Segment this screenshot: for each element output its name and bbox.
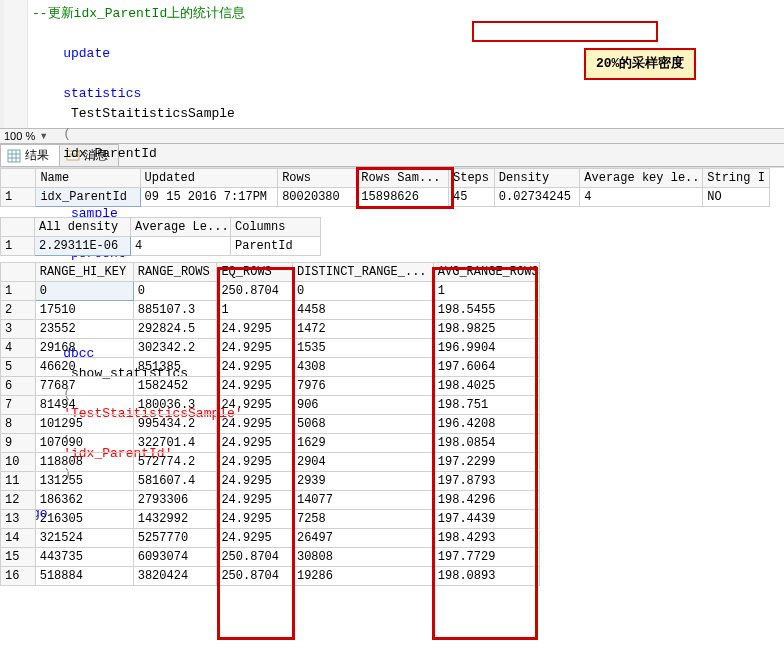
cell-updated[interactable]: 09 15 2016 7:17PM — [140, 188, 278, 207]
cell-rows[interactable]: 80020380 — [278, 188, 357, 207]
cell[interactable]: 2939 — [292, 472, 433, 491]
cell[interactable]: 24.9295 — [217, 453, 293, 472]
table-row[interactable]: 323552292824.524.92951472198.9825 — [1, 320, 540, 339]
col-avg-key-len[interactable]: Average key le... — [580, 169, 703, 188]
table-row[interactable]: 100250.870401 — [1, 282, 540, 301]
cell[interactable]: 24.9295 — [217, 377, 293, 396]
col-updated[interactable]: Updated — [140, 169, 278, 188]
col-eq-rows[interactable]: EQ_ROWS — [217, 263, 293, 282]
cell[interactable]: 1535 — [292, 339, 433, 358]
cell-steps[interactable]: 45 — [449, 188, 495, 207]
cell[interactable]: 24.9295 — [217, 529, 293, 548]
cell[interactable]: 24.9295 — [217, 339, 293, 358]
cell-rows-sampled[interactable]: 15898626 — [357, 188, 449, 207]
col-string-index[interactable]: String I — [703, 169, 770, 188]
cell[interactable]: 101295 — [35, 415, 133, 434]
cell[interactable]: 198.5455 — [433, 301, 539, 320]
table-row[interactable]: 1 2.29311E-06 4 ParentId — [1, 237, 321, 256]
col-name[interactable]: Name — [36, 169, 140, 188]
cell[interactable]: 198.751 — [433, 396, 539, 415]
cell[interactable]: 24.9295 — [217, 491, 293, 510]
col-all-density[interactable]: All density — [35, 218, 131, 237]
stats-header-grid[interactable]: Name Updated Rows Rows Sam... Steps Dens… — [0, 168, 770, 207]
cell[interactable]: 131255 — [35, 472, 133, 491]
cell[interactable]: 198.4293 — [433, 529, 539, 548]
col-range-rows[interactable]: RANGE_ROWS — [133, 263, 217, 282]
col-density[interactable]: Density — [494, 169, 579, 188]
cell-all-density[interactable]: 2.29311E-06 — [35, 237, 131, 256]
cell[interactable]: 906 — [292, 396, 433, 415]
cell[interactable]: 851385 — [133, 358, 217, 377]
cell[interactable]: 186362 — [35, 491, 133, 510]
cell[interactable]: 30808 — [292, 548, 433, 567]
cell[interactable]: 885107.3 — [133, 301, 217, 320]
table-row[interactable]: 154437356093074250.870430808197.7729 — [1, 548, 540, 567]
cell[interactable]: 250.8704 — [217, 548, 293, 567]
cell[interactable]: 197.2299 — [433, 453, 539, 472]
cell-string-index[interactable]: NO — [703, 188, 770, 207]
cell-columns[interactable]: ParentId — [231, 237, 321, 256]
table-row[interactable]: 217510885107.314458198.5455 — [1, 301, 540, 320]
cell[interactable]: 302342.2 — [133, 339, 217, 358]
cell[interactable]: 7258 — [292, 510, 433, 529]
cell[interactable]: 1432992 — [133, 510, 217, 529]
cell[interactable]: 198.4296 — [433, 491, 539, 510]
col-distinct-range[interactable]: DISTINCT_RANGE_... — [292, 263, 433, 282]
cell[interactable]: 216305 — [35, 510, 133, 529]
table-row[interactable]: 1 idx_ParentId 09 15 2016 7:17PM 8002038… — [1, 188, 770, 207]
cell[interactable]: 107090 — [35, 434, 133, 453]
cell[interactable]: 24.9295 — [217, 434, 293, 453]
cell[interactable]: 24.9295 — [217, 396, 293, 415]
density-vector-grid[interactable]: All density Average Le... Columns 1 2.29… — [0, 217, 321, 256]
cell[interactable]: 180036.3 — [133, 396, 217, 415]
table-row[interactable]: 10118808572774.224.92952904197.2299 — [1, 453, 540, 472]
table-row[interactable]: 429168302342.224.92951535196.9904 — [1, 339, 540, 358]
cell[interactable]: 1472 — [292, 320, 433, 339]
table-row[interactable]: 9107090322701.424.92951629198.0854 — [1, 434, 540, 453]
cell[interactable]: 198.4025 — [433, 377, 539, 396]
cell[interactable]: 198.9825 — [433, 320, 539, 339]
cell[interactable]: 19286 — [292, 567, 433, 586]
table-row[interactable]: 165188843820424250.870419286198.0893 — [1, 567, 540, 586]
cell[interactable]: 6093074 — [133, 548, 217, 567]
cell[interactable]: 198.0893 — [433, 567, 539, 586]
col-avg-range-rows[interactable]: AVG_RANGE_ROWS — [433, 263, 539, 282]
cell[interactable]: 29168 — [35, 339, 133, 358]
cell-avg-key-len[interactable]: 4 — [580, 188, 703, 207]
cell[interactable]: 995434.2 — [133, 415, 217, 434]
cell[interactable]: 250.8704 — [217, 567, 293, 586]
cell[interactable]: 197.7729 — [433, 548, 539, 567]
cell[interactable]: 26497 — [292, 529, 433, 548]
cell[interactable]: 443735 — [35, 548, 133, 567]
cell[interactable]: 2904 — [292, 453, 433, 472]
col-rows[interactable]: Rows — [278, 169, 357, 188]
cell[interactable]: 5257770 — [133, 529, 217, 548]
table-row[interactable]: 12186362279330624.929514077198.4296 — [1, 491, 540, 510]
table-row[interactable]: 54662085138524.92954308197.6064 — [1, 358, 540, 377]
cell[interactable]: 572774.2 — [133, 453, 217, 472]
cell[interactable]: 7976 — [292, 377, 433, 396]
cell[interactable]: 17510 — [35, 301, 133, 320]
cell[interactable]: 581607.4 — [133, 472, 217, 491]
cell[interactable]: 250.8704 — [217, 282, 293, 301]
cell[interactable]: 5068 — [292, 415, 433, 434]
cell[interactable]: 2793306 — [133, 491, 217, 510]
col-avg-len[interactable]: Average Le... — [131, 218, 231, 237]
table-row[interactable]: 13216305143299224.92957258197.4439 — [1, 510, 540, 529]
cell-density[interactable]: 0.02734245 — [494, 188, 579, 207]
cell[interactable]: 14077 — [292, 491, 433, 510]
cell[interactable]: 4458 — [292, 301, 433, 320]
cell[interactable]: 118808 — [35, 453, 133, 472]
cell[interactable]: 321524 — [35, 529, 133, 548]
cell[interactable]: 1582452 — [133, 377, 217, 396]
cell[interactable]: 4308 — [292, 358, 433, 377]
cell[interactable]: 322701.4 — [133, 434, 217, 453]
cell[interactable]: 196.9904 — [433, 339, 539, 358]
cell[interactable]: 23552 — [35, 320, 133, 339]
table-row[interactable]: 781494180036.324.9295906198.751 — [1, 396, 540, 415]
cell[interactable]: 46620 — [35, 358, 133, 377]
cell[interactable]: 0 — [35, 282, 133, 301]
sql-editor[interactable]: --更新idx_ParentId上的统计信息 update statistics… — [0, 0, 784, 128]
table-row[interactable]: 677687158245224.92957976198.4025 — [1, 377, 540, 396]
cell[interactable]: 292824.5 — [133, 320, 217, 339]
